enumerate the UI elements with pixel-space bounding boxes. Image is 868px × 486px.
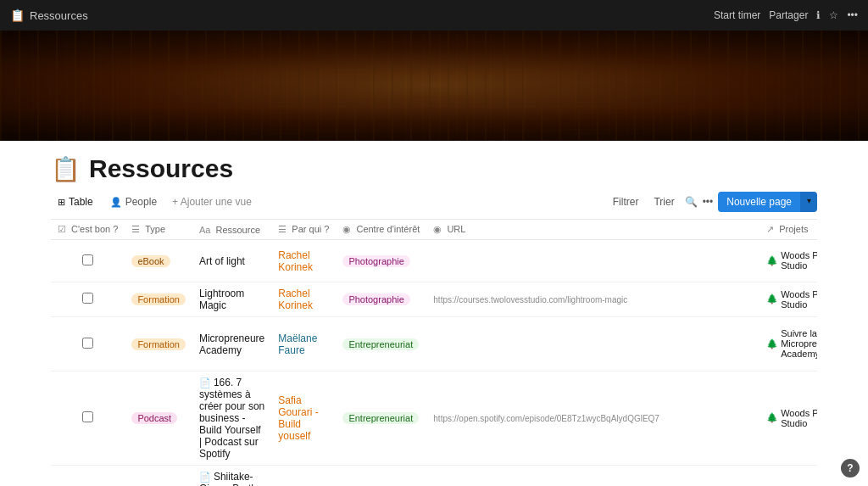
resource-header-icon: Aa bbox=[199, 225, 210, 235]
view-tabs: ⊞ Table 👤 People + Ajouter une vue Filtr… bbox=[51, 192, 817, 220]
col-header-resource: Aa Ressource bbox=[192, 220, 271, 240]
people-tab-label: People bbox=[125, 196, 157, 208]
topbar-right: Start timer Partager ℹ ☆ ••• bbox=[714, 9, 858, 21]
project-name: Woods Photo Studio bbox=[781, 408, 817, 428]
resource-name[interactable]: Lightroom Magic bbox=[199, 288, 244, 311]
new-page-btn[interactable]: Nouvelle page bbox=[718, 192, 800, 212]
table-row[interactable]: FormationLightroom MagicRachel KorinekPh… bbox=[51, 282, 817, 317]
table-row[interactable]: Podcast📄166. 7 systèmes à créer pour son… bbox=[51, 371, 817, 466]
table-row[interactable]: Recette blog📄Shiitake-Ginger Broth with … bbox=[51, 466, 817, 487]
par-qui-value: Rachel Korinek bbox=[278, 288, 313, 311]
project-item[interactable]: 🌲Suivre la Micropreneure Academy bbox=[766, 328, 817, 359]
header-row: ☑ C'est bon ? ☰ Type Aa Ressource ☰ Par … bbox=[51, 220, 817, 240]
centre-header-icon: ◉ bbox=[342, 224, 351, 234]
url-value[interactable]: https://open.spotify.com/episode/0E8Tz1w… bbox=[433, 414, 659, 423]
col-check-label: C'est bon ? bbox=[71, 224, 118, 234]
type-tag: Formation bbox=[131, 293, 186, 305]
add-view-btn[interactable]: + Ajouter une vue bbox=[167, 193, 257, 211]
project-name: Woods Photo Studio bbox=[781, 289, 817, 310]
topbar: 📋 Ressources Start timer Partager ℹ ☆ ••… bbox=[0, 0, 868, 31]
topbar-left: 📋 Ressources bbox=[10, 8, 88, 22]
projets-header-icon: ↗ bbox=[766, 224, 774, 234]
col-centre-label: Centre d'intérêt bbox=[356, 224, 420, 234]
sort-btn[interactable]: Trier bbox=[648, 193, 679, 210]
centre-tag: Entrepreneuriat bbox=[342, 338, 419, 350]
page-title: Ressources bbox=[89, 154, 233, 183]
project-item[interactable]: 🌲Woods Photo Studio bbox=[766, 289, 817, 310]
project-icon: 🌲 bbox=[766, 338, 778, 349]
tab-table[interactable]: ⊞ Table bbox=[51, 193, 100, 211]
col-header-par-qui: ☰ Par qui ? bbox=[271, 220, 336, 240]
par-qui-value: Rachel Korinek bbox=[278, 249, 313, 273]
page-icon: 📋 bbox=[51, 155, 81, 183]
view-tabs-left: ⊞ Table 👤 People + Ajouter une vue bbox=[51, 193, 257, 211]
check-header-icon: ☑ bbox=[58, 224, 66, 234]
tab-people[interactable]: 👤 People bbox=[103, 193, 164, 211]
doc-icon: 📄 bbox=[199, 377, 211, 388]
project-item[interactable]: 🌲Woods Photo Studio bbox=[766, 408, 817, 428]
col-header-url: ◉ URL bbox=[426, 220, 760, 240]
col-projets-label: Projets bbox=[779, 224, 808, 234]
resource-name[interactable]: 📄Shiitake-Ginger Broth with Gyoza Dumpli… bbox=[199, 471, 257, 486]
col-par-qui-label: Par qui ? bbox=[292, 224, 329, 234]
star-icon[interactable]: ☆ bbox=[829, 9, 838, 21]
col-header-projets: ↗ Projets bbox=[760, 220, 817, 240]
page-content: 📋 Ressources ⊞ Table 👤 People + Ajouter … bbox=[0, 141, 868, 486]
row-checkbox[interactable] bbox=[82, 411, 93, 422]
filter-btn[interactable]: Filtrer bbox=[608, 193, 644, 210]
project-item[interactable]: 🌲Woods Photo Studio bbox=[766, 250, 817, 271]
table-tab-icon: ⊞ bbox=[58, 197, 65, 208]
centre-tag: Entrepreneuriat bbox=[342, 412, 419, 424]
new-page-dropdown-btn[interactable]: ▾ bbox=[800, 192, 817, 212]
more-btn[interactable]: ••• bbox=[703, 196, 714, 208]
centre-tag: Photographie bbox=[342, 293, 409, 305]
search-icon[interactable]: 🔍 bbox=[685, 196, 698, 208]
project-name: Woods Photo Studio bbox=[781, 250, 817, 271]
partager-btn[interactable]: Partager bbox=[769, 9, 808, 21]
table-tab-label: Table bbox=[69, 196, 93, 208]
project-icon: 🌲 bbox=[766, 293, 778, 304]
hero-image bbox=[0, 31, 868, 141]
project-name: Suivre la Micropreneure Academy bbox=[781, 328, 817, 359]
col-resource-label: Ressource bbox=[215, 225, 260, 235]
centre-tag: Photographie bbox=[342, 255, 409, 267]
type-tag: Formation bbox=[131, 338, 186, 350]
resource-name[interactable]: Art of light bbox=[199, 255, 245, 267]
col-header-type: ☰ Type bbox=[125, 220, 192, 240]
data-table: ☑ C'est bon ? ☰ Type Aa Ressource ☰ Par … bbox=[51, 220, 817, 486]
project-icon: 🌲 bbox=[766, 255, 778, 266]
type-tag: eBook bbox=[131, 255, 170, 267]
col-type-label: Type bbox=[145, 224, 165, 234]
project-icon: 🌲 bbox=[766, 412, 778, 423]
info-icon[interactable]: ℹ bbox=[816, 9, 821, 21]
help-btn[interactable]: ? bbox=[841, 459, 860, 478]
table-row[interactable]: FormationMicropreneure AcademyMaëlane Fa… bbox=[51, 317, 817, 371]
table-row[interactable]: eBookArt of lightRachel KorinekPhotograp… bbox=[51, 240, 817, 282]
table-header: ☑ C'est bon ? ☰ Type Aa Ressource ☰ Par … bbox=[51, 220, 817, 240]
col-url-label: URL bbox=[447, 224, 465, 234]
url-value[interactable]: https://courses.twolovesstudio.com/light… bbox=[433, 295, 627, 304]
more-options-icon[interactable]: ••• bbox=[847, 9, 858, 21]
resource-name[interactable]: Micropreneure Academy bbox=[199, 332, 264, 356]
type-header-icon: ☰ bbox=[131, 224, 140, 234]
doc-icon: 📄 bbox=[199, 472, 211, 482]
row-checkbox[interactable] bbox=[82, 254, 93, 265]
url-header-icon: ◉ bbox=[433, 224, 442, 234]
col-header-centre: ◉ Centre d'intérêt bbox=[336, 220, 426, 240]
view-tabs-right: Filtrer Trier 🔍 ••• Nouvelle page ▾ bbox=[608, 192, 817, 212]
table-body: eBookArt of lightRachel KorinekPhotograp… bbox=[51, 240, 817, 487]
resources-table: ☑ C'est bon ? ☰ Type Aa Ressource ☰ Par … bbox=[51, 220, 817, 486]
new-page-btn-container: Nouvelle page ▾ bbox=[718, 192, 817, 212]
resource-name[interactable]: 📄166. 7 systèmes à créer pour son busine… bbox=[199, 377, 264, 460]
par-qui-header-icon: ☰ bbox=[278, 224, 287, 234]
col-header-check: ☑ C'est bon ? bbox=[51, 220, 125, 240]
app-name: Ressources bbox=[30, 9, 88, 22]
people-tab-icon: 👤 bbox=[110, 197, 122, 208]
type-tag: Podcast bbox=[131, 412, 177, 424]
page-title-row: 📋 Ressources bbox=[51, 141, 817, 192]
par-qui-value: Safia Gourari - Build youself bbox=[278, 394, 318, 442]
row-checkbox[interactable] bbox=[82, 293, 93, 304]
start-timer-btn[interactable]: Start timer bbox=[714, 9, 760, 21]
par-qui-value: Maëlane Faure bbox=[278, 332, 317, 356]
row-checkbox[interactable] bbox=[82, 338, 93, 349]
